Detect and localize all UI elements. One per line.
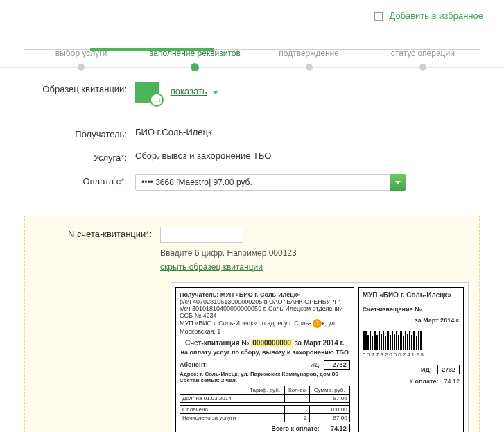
chevron-down-icon [395,181,401,184]
recipient-value: БИО г.Соль-Илецк [135,127,480,137]
recipient-label: Получатель: [24,127,135,139]
add-favorite-link[interactable]: Добавить в избранное [390,10,483,21]
payfrom-label: Оплата с*: [24,174,135,187]
service-value: Сбор, вывоз и захоронение ТБО [135,150,480,161]
account-label: N счета-квитанции*: [25,227,160,239]
chevron-down-icon [213,91,218,94]
favorite-icon [374,12,383,21]
highlight-badge-icon: 1 [313,319,322,328]
service-label: Услуга*: [24,150,135,163]
step-fill-details: заполнение реквизитов [138,49,252,71]
progress-bar: выбор услуги заполнение реквизитов подтв… [0,49,504,68]
sample-receipt-label: Образец квитанции: [24,82,135,94]
account-number-input[interactable] [160,227,243,243]
barcode-icon [363,331,460,350]
account-helper-text: Введите 6 цифр. Например 000123 [160,248,479,258]
hide-sample-link[interactable]: скрыть образец квитанции [160,262,263,272]
receipt-sample: Получатель: МУП «БИО г. Соль-Илецк» р/сч… [171,282,469,432]
step-confirm: подтверждение [252,49,366,71]
payfrom-dropdown-button[interactable] [390,174,406,191]
step-select-service: выбор услуги [24,49,138,71]
show-sample-link[interactable]: показать [171,86,207,96]
step-status: статус операции [366,49,480,71]
payfrom-selected-value: •••• 3668 [Maestro] 97.00 руб. [135,174,406,191]
document-icon: + [135,82,159,103]
account-input-block: N счета-квитанции*: Введите 6 цифр. Напр… [24,216,480,432]
payfrom-select[interactable]: •••• 3668 [Maestro] 97.00 руб. [135,174,406,191]
